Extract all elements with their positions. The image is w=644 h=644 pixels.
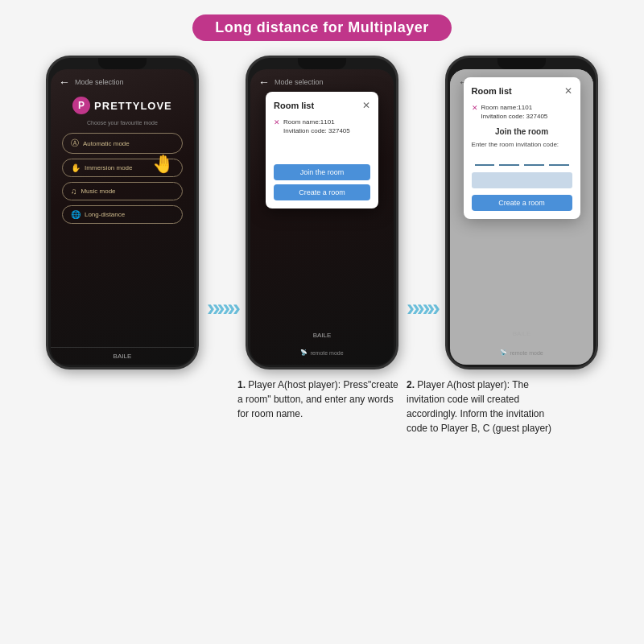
- immersion-icon: ✋: [71, 163, 80, 172]
- desc-body-2: Player A(host player): The invitation co…: [407, 379, 551, 434]
- music-mode-btn[interactable]: ♫ Music mode: [62, 182, 183, 200]
- remote-mode-btn-3[interactable]: 📡 remote mode: [500, 349, 543, 356]
- screen-3: ← Mode selection Room list ✕ ✕ Room name…: [450, 69, 593, 365]
- screen1-content: ← Mode selection P PRETTYLOVE Choose you…: [51, 69, 194, 365]
- description-1: 1. Player A(host player): Press"create a…: [237, 378, 398, 436]
- desc-spacer: [76, 378, 229, 436]
- modal-overlay-3: Room list ✕ ✕ Room name:1101 Invitation …: [450, 69, 593, 341]
- arrow-1: »»»: [207, 294, 237, 321]
- room-list-modal-3: Room list ✕ ✕ Room name:1101 Invitation …: [464, 77, 580, 219]
- arrow-group-1: »»»: [207, 294, 237, 369]
- long-distance-btn[interactable]: 🌐 Long-distance 🤚: [62, 205, 183, 224]
- dash-1: [475, 153, 495, 166]
- screen1-footer: BAILE: [51, 347, 194, 365]
- room3-name: Room name:1101: [481, 103, 548, 112]
- long-distance-label: Long-distance: [85, 211, 125, 218]
- descriptions-row: 1. Player A(host player): Press"create a…: [52, 378, 592, 436]
- room-list-modal: Room list ✕ ✕ Room name:1101 Invitation …: [266, 92, 378, 208]
- remote3-label: remote mode: [510, 350, 543, 356]
- description-2: 2. Player A(host player): The invitation…: [407, 378, 568, 436]
- automatic-mode-btn[interactable]: Ⓐ Automatic mode: [62, 133, 183, 154]
- modal-title-row: Room list ✕: [274, 100, 370, 111]
- screen3-content: ← Mode selection Room list ✕ ✕ Room name…: [450, 69, 593, 365]
- modal-close-btn[interactable]: ✕: [362, 100, 370, 111]
- screen2-content: ← Mode selection Room list ✕ ✕ Room name…: [250, 69, 394, 365]
- phone-notch-1: [98, 58, 147, 69]
- dash-2: [499, 153, 519, 166]
- brand-icon: P: [72, 97, 90, 114]
- phone-notch-2: [298, 58, 346, 69]
- dash-4: [549, 153, 569, 166]
- invitation3-code: Invitation code: 327405: [481, 112, 548, 121]
- music-label: Music mode: [80, 188, 115, 195]
- modal-title-3: Room list: [472, 86, 512, 96]
- screen1-header: ← Mode selection: [51, 69, 194, 90]
- logo-area: P PRETTYLOVE: [51, 97, 194, 114]
- create-room-btn[interactable]: Create a room: [274, 184, 370, 200]
- modal-overlay-2: Room list ✕ ✕ Room name:1101 Invitation …: [250, 69, 394, 341]
- phone-1: ← Mode selection P PRETTYLOVE Choose you…: [46, 56, 199, 369]
- join-room-btn[interactable]: Join the room: [274, 164, 370, 180]
- automatic-label: Automatic mode: [83, 140, 130, 147]
- phones-row: ← Mode selection P PRETTYLOVE Choose you…: [46, 56, 598, 369]
- screen1-title-label: Mode selection: [75, 78, 124, 86]
- modal3-title-row: Room list ✕: [472, 85, 572, 97]
- screen2-bottom: 📡 remote mode: [250, 341, 394, 365]
- desc-number-1: 1.: [237, 379, 246, 390]
- room-name: Room name:1101: [283, 118, 350, 126]
- modal-title-2: Room list: [274, 101, 314, 110]
- room3-x-icon: ✕: [472, 104, 478, 112]
- remote-icon: 📡: [300, 349, 308, 356]
- page-title: Long distance for Multiplayer: [192, 14, 452, 41]
- screen3-bottom: 📡 remote mode: [450, 341, 593, 365]
- choose-text: Choose your favourite mode: [51, 120, 194, 126]
- remote-mode-btn[interactable]: 📡 remote mode: [300, 349, 343, 356]
- brand-name: PRETTYLOVE: [94, 100, 172, 112]
- room3-list-item[interactable]: ✕ Room name:1101 Invitation code: 327405: [472, 103, 572, 121]
- back-arrow-icon[interactable]: ←: [59, 76, 70, 89]
- desc-body-1: Player A(host player): Press"create a ro…: [237, 379, 398, 419]
- room3-info: Room name:1101 Invitation code: 327405: [481, 103, 548, 121]
- create-room-btn-3[interactable]: Create a room: [472, 195, 572, 211]
- arrow-2: »»»: [407, 294, 437, 321]
- enter-code-label: Enter the room invitation code:: [472, 141, 572, 148]
- room-info: Room name:1101 Invitation code: 327405: [283, 118, 350, 135]
- modal3-close-btn[interactable]: ✕: [564, 85, 572, 97]
- music-icon: ♫: [71, 187, 77, 196]
- desc-number-2: 2.: [407, 379, 415, 390]
- room-list-item[interactable]: ✕ Room name:1101 Invitation code: 327405: [274, 118, 370, 135]
- screen-2: ← Mode selection Room list ✕ ✕ Room name…: [250, 69, 394, 365]
- phone-notch-3: [497, 58, 546, 69]
- remote3-icon: 📡: [500, 349, 507, 356]
- room-x-icon: ✕: [274, 118, 280, 126]
- immersion-label: Immersion mode: [85, 164, 133, 171]
- baile-label-1: BAILE: [114, 353, 132, 360]
- automatic-icon: Ⓐ: [71, 138, 79, 149]
- phone-2: ← Mode selection Room list ✕ ✕ Room name…: [246, 56, 398, 369]
- hand-cursor-1: 🤚: [152, 154, 174, 175]
- invitation-code: Invitation code: 327405: [283, 126, 350, 135]
- remote-mode-label: remote mode: [310, 350, 343, 356]
- code-input-field[interactable]: [472, 172, 572, 188]
- long-distance-icon: 🌐: [71, 210, 80, 219]
- join-room-title: Join the room: [472, 127, 572, 136]
- arrow-group-2: »»»: [407, 294, 437, 369]
- dash-3: [524, 153, 544, 166]
- screen-1: ← Mode selection P PRETTYLOVE Choose you…: [51, 69, 194, 365]
- phone-3: ← Mode selection Room list ✕ ✕ Room name…: [445, 56, 598, 369]
- code-input-dashes: [472, 153, 572, 166]
